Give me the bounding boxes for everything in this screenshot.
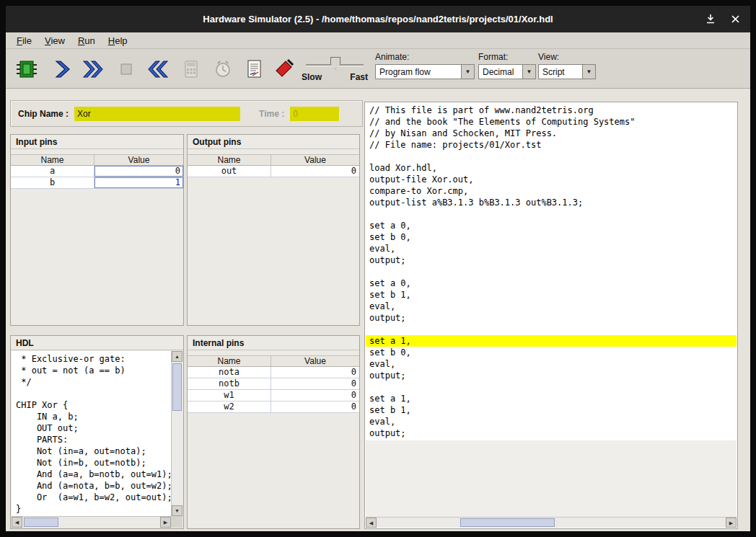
menu-view[interactable]: View [38, 34, 71, 48]
output-pins-title: Output pins [188, 135, 359, 149]
load-chip-button[interactable] [12, 54, 42, 84]
chevron-down-icon[interactable]: ▼ [522, 65, 535, 79]
menu-run[interactable]: Run [71, 34, 102, 48]
hdl-title: HDL [11, 336, 183, 350]
slider-labels: Slow Fast [302, 72, 368, 82]
code-line: * Exclusive-or gate: [12, 353, 171, 365]
scrollbar-thumb[interactable] [24, 518, 58, 527]
pin-value-cell: 0 [271, 166, 359, 177]
scroll-right-button[interactable]: ▶ [726, 518, 737, 528]
chevron-down-icon[interactable]: ▼ [582, 65, 595, 79]
scroll-down-button[interactable]: ▼ [172, 505, 183, 516]
close-button[interactable] [729, 13, 742, 26]
script-view: // This file is part of www.nand2tetris.… [366, 103, 737, 517]
internal-pins-panel: Internal pins NameValuenota0notb0w10w20 [187, 335, 360, 529]
scroll-right-button[interactable]: ▶ [160, 517, 171, 528]
pin-name-cell: nota [188, 367, 271, 378]
code-line: output; [366, 254, 737, 266]
script-code: // This file is part of www.nand2tetris.… [366, 103, 737, 440]
pin-value-cell[interactable]: 0 [94, 166, 183, 177]
output-pins-panel: Output pins NameValueout0 [187, 134, 360, 326]
code-line: output; [366, 312, 737, 324]
scrollbar-thumb[interactable] [172, 363, 182, 411]
code-line: output; [366, 370, 737, 381]
column-header: Value [271, 355, 359, 367]
scroll-left-button[interactable]: ◀ [366, 518, 377, 528]
code-line: set a 0, [366, 220, 737, 231]
format-group: Format: Decimal ▼ [478, 52, 536, 79]
menu-help[interactable]: Help [102, 34, 134, 48]
window-title: Hardware Simulator (2.5) - /home/thomas/… [6, 14, 750, 25]
code-line: Not (in=b, out=notb); [12, 457, 171, 469]
run-button[interactable] [78, 54, 108, 84]
window-frame: Hardware Simulator (2.5) - /home/thomas/… [6, 6, 750, 531]
hdl-vertical-scrollbar[interactable]: ▲ ▼ [171, 351, 183, 516]
column-header: Name [11, 154, 94, 166]
code-line: And (a=a, b=notb, out=w1); [12, 469, 171, 480]
code-line: // This file is part of www.nand2tetris.… [366, 105, 737, 116]
pin-row: b1 [11, 177, 183, 189]
stop-icon [115, 58, 137, 80]
chip-name-field[interactable]: Xor [74, 107, 240, 121]
slider-thumb[interactable] [330, 57, 340, 69]
hdl-horizontal-scrollbar[interactable]: ◀ ▶ [12, 516, 171, 528]
code-line: Or (a=w1, b=w2, out=out); [12, 492, 171, 503]
chip-icon [16, 58, 38, 80]
speed-slider[interactable]: Slow Fast [302, 53, 368, 85]
scrollbar-corner [171, 516, 183, 528]
clock-button[interactable] [208, 54, 238, 84]
code-line [366, 324, 737, 335]
script-panel: // This file is part of www.nand2tetris.… [364, 102, 738, 529]
reset-button[interactable] [143, 54, 173, 84]
code-line: load Xor.hdl, [366, 162, 737, 174]
code-line [366, 381, 737, 393]
eraser-icon [273, 58, 294, 80]
view-group: View: Script ▼ [538, 52, 596, 79]
output-pins-table: NameValueout0 [188, 154, 359, 177]
calculator-icon [180, 58, 202, 80]
time-label: Time : [259, 109, 284, 119]
single-step-icon [52, 58, 74, 80]
code-line: Not (in=a, out=nota); [12, 445, 171, 457]
view-script-button[interactable] [239, 54, 270, 84]
scrollbar-thumb[interactable] [460, 518, 555, 527]
scroll-up-button[interactable]: ▲ [172, 351, 183, 362]
pin-name-cell: out [188, 166, 271, 177]
menu-file[interactable]: File [10, 34, 38, 48]
script-horizontal-scrollbar[interactable]: ◀ ▶ [366, 517, 737, 528]
pin-row: w10 [188, 390, 359, 401]
pin-row: out0 [188, 166, 359, 177]
toolbar: Slow Fast Animate: Program flow ▼ Format… [6, 49, 750, 89]
scroll-left-button[interactable]: ◀ [12, 517, 22, 528]
animate-select[interactable]: Program flow ▼ [375, 64, 475, 79]
code-line: eval, [366, 358, 737, 370]
code-line: PARTS: [12, 434, 171, 445]
code-line: // by Nisan and Schocken, MIT Press. [366, 128, 737, 139]
calculator-button[interactable] [176, 54, 206, 84]
code-line: output-file Xor.out, [366, 174, 737, 185]
view-select[interactable]: Script ▼ [538, 64, 596, 79]
window-controls [704, 6, 742, 32]
pin-value-cell: 0 [271, 390, 359, 401]
clear-button[interactable] [268, 54, 299, 84]
code-line: output; [366, 427, 737, 439]
iconify-button[interactable] [704, 13, 717, 26]
chip-name-label: Chip Name : [18, 109, 69, 119]
format-select[interactable]: Decimal ▼ [478, 64, 536, 79]
internal-pins-title: Internal pins [188, 336, 359, 350]
pin-value-cell[interactable]: 1 [94, 177, 183, 189]
code-line: set a 1, [366, 393, 737, 404]
app-window: Hardware Simulator (2.5) - /home/thomas/… [0, 0, 756, 537]
pin-name-cell: w1 [188, 390, 271, 401]
code-line: And (a=nota, b=b, out=w2); [12, 480, 171, 492]
single-step-button[interactable] [48, 54, 78, 84]
code-line: */ [12, 376, 171, 388]
pin-name-cell: a [11, 166, 94, 177]
menubar: File View Run Help [6, 32, 750, 49]
pin-value-cell: 0 [271, 367, 359, 378]
pin-value-cell: 0 [271, 378, 359, 390]
code-line [366, 151, 737, 162]
chevron-down-icon[interactable]: ▼ [461, 65, 474, 79]
code-line: eval, [366, 301, 737, 312]
stop-button[interactable] [111, 54, 141, 84]
